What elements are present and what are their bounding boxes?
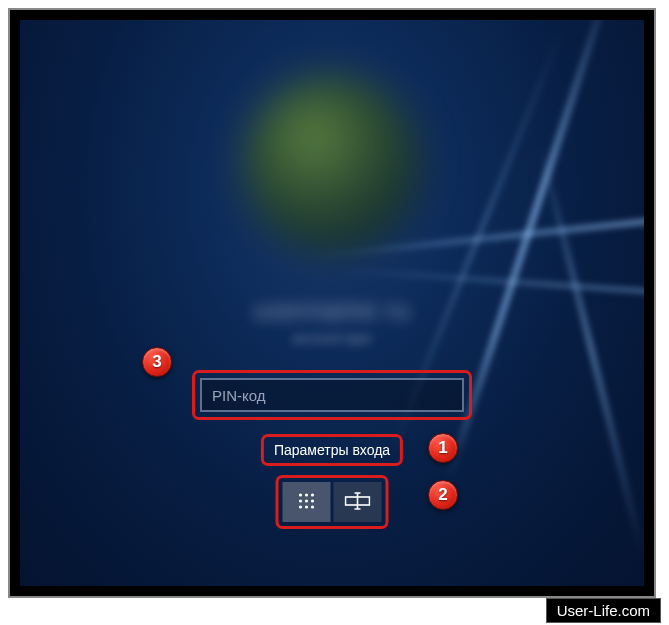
- svg-point-8: [311, 505, 314, 508]
- svg-point-2: [311, 493, 314, 496]
- svg-point-0: [299, 493, 302, 496]
- annotation-marker-2: 2: [428, 480, 458, 510]
- pin-method-button[interactable]: [283, 482, 331, 522]
- background-light: [538, 146, 644, 555]
- svg-point-5: [311, 499, 314, 502]
- screenshot-frame: username ru account type Параметры входа: [8, 8, 656, 598]
- signin-method-buttons-highlight: [276, 475, 389, 529]
- svg-point-4: [305, 499, 308, 502]
- signin-options-link[interactable]: Параметры входа: [270, 440, 394, 460]
- svg-point-3: [299, 499, 302, 502]
- annotation-marker-1: 1: [428, 433, 458, 463]
- username-label: username ru: [254, 295, 411, 326]
- user-avatar: [242, 75, 422, 255]
- pin-input[interactable]: [200, 378, 464, 412]
- pin-field-highlight: [192, 370, 472, 420]
- background-light: [344, 268, 644, 296]
- svg-point-6: [299, 505, 302, 508]
- svg-point-1: [305, 493, 308, 496]
- signin-options-highlight: Параметры входа: [261, 434, 403, 466]
- lock-screen: username ru account type Параметры входа: [20, 20, 644, 586]
- keypad-icon: [297, 491, 317, 514]
- account-type-label: account type: [292, 330, 371, 346]
- svg-point-7: [305, 505, 308, 508]
- annotation-marker-3: 3: [142, 347, 172, 377]
- password-method-button[interactable]: [334, 482, 382, 522]
- password-field-icon: [345, 492, 371, 513]
- watermark: User-Life.com: [546, 598, 661, 623]
